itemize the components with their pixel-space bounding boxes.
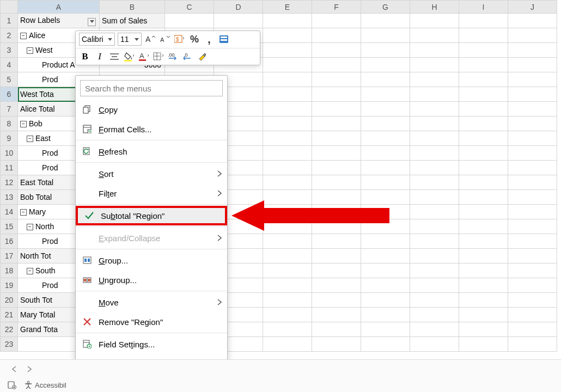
row-header-21[interactable]: 21 <box>1 308 18 322</box>
font-size-selector[interactable]: 11 <box>118 33 142 46</box>
cell-H6[interactable] <box>410 87 459 102</box>
cell-I7[interactable] <box>459 102 508 117</box>
cell-G3[interactable] <box>361 43 410 58</box>
cell-H22[interactable] <box>410 322 459 337</box>
row-header-10[interactable]: 10 <box>1 146 18 161</box>
comma-icon[interactable]: , <box>203 33 215 45</box>
cell-H21[interactable] <box>410 308 459 322</box>
cell-I2[interactable] <box>459 28 508 43</box>
cell-E19[interactable] <box>263 278 312 293</box>
cell-F22[interactable] <box>312 322 361 337</box>
cell-G23[interactable] <box>361 337 410 352</box>
cell-E9[interactable] <box>263 131 312 146</box>
row-header-19[interactable]: 19 <box>1 278 18 293</box>
cell-H19[interactable] <box>410 278 459 293</box>
collapse-icon[interactable]: − <box>20 121 27 127</box>
macro-record-icon[interactable] <box>8 381 16 389</box>
column-header-J[interactable]: J <box>508 1 557 14</box>
cell-E10[interactable] <box>263 146 312 161</box>
cell-I20[interactable] <box>459 293 508 308</box>
cell-F17[interactable] <box>312 249 361 264</box>
cell-B1[interactable]: Sum of Sales <box>100 14 165 28</box>
cell-J4[interactable] <box>508 58 557 72</box>
row-header-13[interactable]: 13 <box>1 190 18 205</box>
row-header-4[interactable]: 4 <box>1 58 18 72</box>
cell-E5[interactable] <box>263 72 312 87</box>
cell-J23[interactable] <box>508 337 557 352</box>
cell-F2[interactable] <box>312 28 361 43</box>
cell-D1[interactable] <box>214 14 263 28</box>
cell-H13[interactable] <box>410 190 459 205</box>
menu-item-copy[interactable]: Copy <box>76 100 227 119</box>
row-header-7[interactable]: 7 <box>1 102 18 117</box>
cell-I6[interactable] <box>459 87 508 102</box>
cell-F19[interactable] <box>312 278 361 293</box>
decrease-decimal-icon[interactable]: .0 <box>182 51 194 63</box>
cell-J14[interactable] <box>508 205 557 219</box>
row-header-3[interactable]: 3 <box>1 43 18 58</box>
row-header-18[interactable]: 18 <box>1 264 18 278</box>
cell-H7[interactable] <box>410 102 459 117</box>
column-header-A[interactable]: A <box>18 1 100 14</box>
column-header-E[interactable]: E <box>263 1 312 14</box>
cell-E16[interactable] <box>263 234 312 249</box>
cell-E22[interactable] <box>263 322 312 337</box>
menu-item-ungroup[interactable]: Ungroup... <box>76 270 227 290</box>
cell-F6[interactable] <box>312 87 361 102</box>
cell-I14[interactable] <box>459 205 508 219</box>
cell-G4[interactable] <box>361 58 410 72</box>
cell-F8[interactable] <box>312 117 361 131</box>
accessibility-status[interactable]: Accessibil <box>24 381 66 389</box>
cell-E1[interactable] <box>263 14 312 28</box>
cell-H8[interactable] <box>410 117 459 131</box>
cell-E7[interactable] <box>263 102 312 117</box>
cell-F16[interactable] <box>312 234 361 249</box>
cell-J9[interactable] <box>508 131 557 146</box>
cell-I16[interactable] <box>459 234 508 249</box>
cell-J10[interactable] <box>508 146 557 161</box>
column-header-D[interactable]: D <box>214 1 263 14</box>
cell-J5[interactable] <box>508 72 557 87</box>
row-header-2[interactable]: 2 <box>1 28 18 43</box>
menu-item-refresh[interactable]: Refresh <box>76 142 227 161</box>
cell-I3[interactable] <box>459 43 508 58</box>
cell-I1[interactable] <box>459 14 508 28</box>
cell-I17[interactable] <box>459 249 508 264</box>
cell-J16[interactable] <box>508 234 557 249</box>
cell-G7[interactable] <box>361 102 410 117</box>
cell-G12[interactable] <box>361 175 410 190</box>
cell-I19[interactable] <box>459 278 508 293</box>
cell-H18[interactable] <box>410 264 459 278</box>
italic-icon[interactable]: I <box>94 51 106 63</box>
collapse-icon[interactable]: − <box>27 268 33 274</box>
row-header-23[interactable]: 23 <box>1 337 18 352</box>
cell-J20[interactable] <box>508 293 557 308</box>
cell-E17[interactable] <box>263 249 312 264</box>
cell-H1[interactable] <box>410 14 459 28</box>
cell-F20[interactable] <box>312 293 361 308</box>
cell-F5[interactable] <box>312 72 361 87</box>
increase-decimal-icon[interactable]: .00 <box>167 51 179 63</box>
menu-item-sort[interactable]: Sort <box>76 164 227 183</box>
cell-H9[interactable] <box>410 131 459 146</box>
cell-G11[interactable] <box>361 161 410 175</box>
collapse-icon[interactable]: − <box>27 224 33 230</box>
cell-F23[interactable] <box>312 337 361 352</box>
cell-H20[interactable] <box>410 293 459 308</box>
cell-F18[interactable] <box>312 264 361 278</box>
cell-G5[interactable] <box>361 72 410 87</box>
cell-G20[interactable] <box>361 293 410 308</box>
cell-I5[interactable] <box>459 72 508 87</box>
cell-I4[interactable] <box>459 58 508 72</box>
cell-G17[interactable] <box>361 249 410 264</box>
menu-item-field-settings[interactable]: Field Settings... <box>76 334 227 354</box>
menu-item-format-cells[interactable]: %Format Cells... <box>76 119 227 139</box>
cell-G18[interactable] <box>361 264 410 278</box>
row-header-8[interactable]: 8 <box>1 117 18 131</box>
cell-E20[interactable] <box>263 293 312 308</box>
row-header-17[interactable]: 17 <box>1 249 18 264</box>
cell-G16[interactable] <box>361 234 410 249</box>
cell-J12[interactable] <box>508 175 557 190</box>
menu-item-remove-region[interactable]: Remove "Region" <box>76 312 227 332</box>
format-painter-icon[interactable] <box>197 51 209 63</box>
